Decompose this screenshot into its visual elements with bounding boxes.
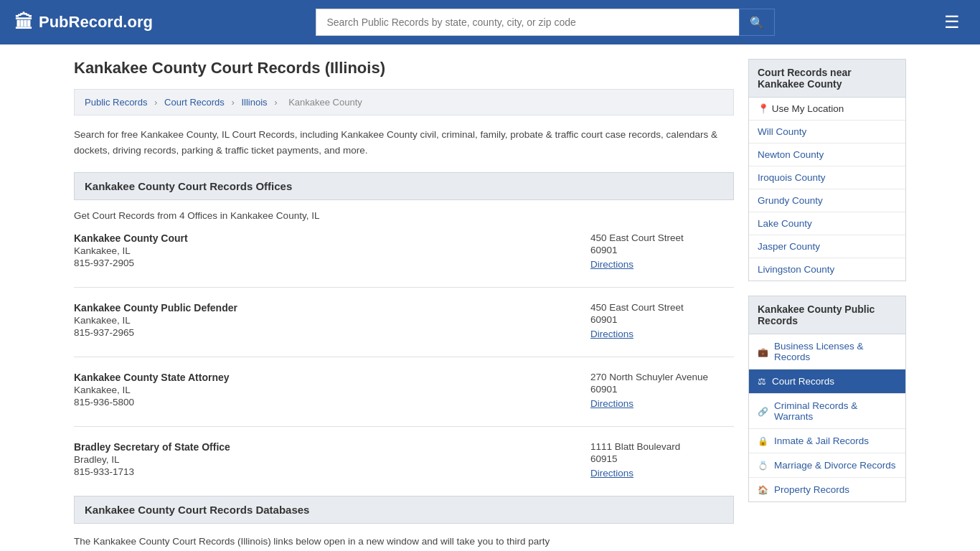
- lock-icon: [758, 435, 768, 446]
- breadcrumb-court-records[interactable]: Court Records: [164, 97, 225, 108]
- sidebar: Court Records near Kankakee County Use M…: [748, 59, 906, 550]
- office-address: 1111 Blatt Boulevard: [590, 441, 734, 452]
- directions-link[interactable]: Directions: [590, 259, 633, 270]
- public-records-item-marriage: Marriage & Divorce Records: [749, 453, 905, 478]
- public-records-item-court: Court Records: [749, 369, 905, 394]
- office-entry: Kankakee County Public Defender Kankakee…: [74, 302, 734, 339]
- public-records-label: Inmate & Jail Records: [774, 435, 869, 446]
- office-name: Kankakee County State Attorney: [74, 372, 576, 383]
- breadcrumb-sep-3: ›: [274, 97, 277, 108]
- county-link-grundy[interactable]: Grundy County: [749, 189, 905, 212]
- house-icon: [758, 484, 768, 495]
- office-zip: 60901: [590, 314, 734, 325]
- hamburger-menu-button[interactable]: ☰: [938, 9, 966, 35]
- public-records-item-property: Property Records: [749, 478, 905, 501]
- nearby-counties-list: Use My Location Will County Newton Count…: [748, 98, 906, 281]
- use-location-label: Use My Location: [772, 103, 844, 114]
- public-records-label: Property Records: [774, 484, 849, 495]
- county-list-item: Newton County: [749, 143, 905, 166]
- office-phone: 815-937-2965: [74, 327, 576, 338]
- databases-section-header: Kankakee County Court Records Databases: [74, 496, 734, 524]
- public-records-label: Criminal Records & Warrants: [774, 400, 897, 422]
- public-records-item-criminal: Criminal Records & Warrants: [749, 394, 905, 429]
- use-location-link[interactable]: Use My Location: [749, 98, 905, 120]
- breadcrumb-sep-1: ›: [154, 97, 157, 108]
- county-list-item: Grundy County: [749, 189, 905, 212]
- county-link-lake[interactable]: Lake County: [749, 212, 905, 235]
- county-list-item: Will County: [749, 121, 905, 143]
- search-button[interactable]: 🔍: [739, 9, 775, 36]
- rings-icon: [758, 460, 768, 471]
- office-city: Kankakee, IL: [74, 245, 576, 256]
- public-records-list: Business Licenses & Records Court Record…: [748, 334, 906, 502]
- public-records-link-inmate[interactable]: Inmate & Jail Records: [749, 429, 905, 453]
- public-records-link-business[interactable]: Business Licenses & Records: [749, 334, 905, 369]
- content-area: Kankakee County Court Records (Illinois)…: [74, 59, 734, 550]
- page-title: Kankakee County Court Records (Illinois): [74, 59, 734, 77]
- use-location-item: Use My Location: [749, 98, 905, 121]
- office-left: Kankakee County State Attorney Kankakee,…: [74, 372, 576, 408]
- breadcrumb: Public Records › Court Records › Illinoi…: [74, 89, 734, 116]
- divider: [74, 426, 734, 427]
- county-link-iroquois[interactable]: Iroquois County: [749, 166, 905, 189]
- search-input[interactable]: [316, 9, 739, 36]
- databases-intro: The Kankakee County Court Records (Illin…: [74, 534, 734, 550]
- office-name: Kankakee County Court: [74, 232, 576, 244]
- main-container: Kankakee County Court Records (Illinois)…: [60, 44, 920, 551]
- office-zip: 60901: [590, 384, 734, 395]
- public-records-label: Business Licenses & Records: [774, 341, 897, 362]
- office-left: Kankakee County Public Defender Kankakee…: [74, 302, 576, 338]
- office-address: 450 East Court Street: [590, 302, 734, 313]
- crim-icon: [758, 406, 768, 417]
- public-records-section-title: Kankakee County Public Records: [748, 296, 906, 334]
- directions-link[interactable]: Directions: [590, 468, 633, 479]
- logo[interactable]: 🏛 PubRecord.org: [14, 11, 153, 34]
- directions-link[interactable]: Directions: [590, 398, 633, 409]
- search-bar: 🔍: [316, 9, 775, 36]
- public-records-link-marriage[interactable]: Marriage & Divorce Records: [749, 453, 905, 477]
- pin-icon: [758, 103, 769, 114]
- office-left: Kankakee County Court Kankakee, IL 815-9…: [74, 232, 576, 268]
- county-link-newton[interactable]: Newton County: [749, 143, 905, 166]
- directions-link[interactable]: Directions: [590, 329, 633, 339]
- office-phone: 815-933-1713: [74, 466, 576, 477]
- search-icon: 🔍: [750, 16, 764, 29]
- office-name: Bradley Secretary of State Office: [74, 441, 576, 453]
- offices-intro: Get Court Records from 4 Offices in Kank…: [74, 210, 734, 221]
- public-records-link-property[interactable]: Property Records: [749, 478, 905, 501]
- breadcrumb-public-records[interactable]: Public Records: [85, 97, 147, 108]
- logo-icon: 🏛: [14, 11, 33, 34]
- county-link-jasper[interactable]: Jasper County: [749, 235, 905, 258]
- breadcrumb-illinois[interactable]: Illinois: [241, 97, 267, 108]
- nearby-section-title: Court Records near Kankakee County: [748, 59, 906, 98]
- public-records-item-inmate: Inmate & Jail Records: [749, 429, 905, 453]
- office-city: Kankakee, IL: [74, 385, 576, 395]
- county-link-will[interactable]: Will County: [749, 121, 905, 143]
- divider: [74, 357, 734, 357]
- public-records-link-criminal[interactable]: Criminal Records & Warrants: [749, 394, 905, 428]
- office-city: Kankakee, IL: [74, 315, 576, 326]
- offices-section-header: Kankakee County Court Records Offices: [74, 172, 734, 200]
- breadcrumb-current: Kankakee County: [288, 97, 362, 108]
- office-zip: 60901: [590, 245, 734, 255]
- office-zip: 60915: [590, 453, 734, 464]
- office-left: Bradley Secretary of State Office Bradle…: [74, 441, 576, 477]
- public-records-link-court[interactable]: Court Records: [749, 369, 905, 393]
- public-records-label: Court Records: [772, 376, 834, 387]
- office-right: 450 East Court Street 60901 Directions: [576, 302, 734, 339]
- breadcrumb-sep-2: ›: [231, 97, 234, 108]
- office-address: 270 North Schuyler Avenue: [590, 372, 734, 382]
- office-entry: Kankakee County Court Kankakee, IL 815-9…: [74, 232, 734, 270]
- office-phone: 815-937-2905: [74, 258, 576, 268]
- briefcase-icon: [758, 347, 768, 357]
- county-list-item: Jasper County: [749, 235, 905, 258]
- public-records-item-business: Business Licenses & Records: [749, 334, 905, 369]
- office-address: 450 East Court Street: [590, 232, 734, 243]
- county-link-livingston[interactable]: Livingston County: [749, 258, 905, 281]
- header: 🏛 PubRecord.org 🔍 ☰: [0, 0, 980, 44]
- office-right: 450 East Court Street 60901 Directions: [576, 232, 734, 270]
- office-right: 1111 Blatt Boulevard 60915 Directions: [576, 441, 734, 479]
- county-list-item: Iroquois County: [749, 166, 905, 189]
- office-entry: Bradley Secretary of State Office Bradle…: [74, 441, 734, 479]
- logo-text: PubRecord.org: [39, 13, 153, 32]
